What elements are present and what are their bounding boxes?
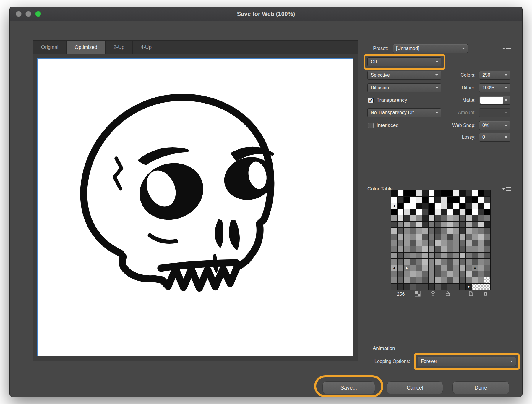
color-swatch[interactable] xyxy=(404,253,410,258)
color-swatch[interactable] xyxy=(416,215,422,221)
color-swatch[interactable] xyxy=(422,215,428,221)
web-shift-cube-icon[interactable] xyxy=(429,290,437,297)
color-swatch[interactable] xyxy=(410,215,416,221)
color-swatch[interactable] xyxy=(453,197,459,203)
color-swatch[interactable] xyxy=(404,209,410,215)
color-swatch[interactable] xyxy=(410,222,416,227)
color-swatch[interactable] xyxy=(398,228,403,234)
color-swatch[interactable]: ◆ xyxy=(391,265,397,271)
color-swatch[interactable] xyxy=(447,259,453,265)
color-swatch[interactable] xyxy=(484,197,490,203)
color-swatch[interactable] xyxy=(422,253,428,258)
color-swatch[interactable] xyxy=(472,246,478,252)
color-swatch[interactable] xyxy=(453,215,459,221)
lossy-dropdown[interactable]: 0 xyxy=(479,133,510,142)
color-swatch[interactable] xyxy=(460,271,466,277)
color-swatch[interactable] xyxy=(435,259,441,265)
color-swatch[interactable] xyxy=(441,203,447,209)
color-swatch[interactable] xyxy=(422,265,428,271)
color-swatch[interactable] xyxy=(466,190,472,196)
color-swatch[interactable] xyxy=(398,253,403,258)
color-swatch[interactable] xyxy=(398,246,403,252)
color-swatch[interactable] xyxy=(404,197,410,203)
color-swatch[interactable] xyxy=(447,228,453,234)
color-swatch[interactable] xyxy=(429,203,434,209)
color-swatch[interactable] xyxy=(453,284,459,290)
color-swatch[interactable] xyxy=(460,222,466,227)
color-swatch[interactable] xyxy=(435,203,441,209)
color-swatch[interactable] xyxy=(453,209,459,215)
color-swatch[interactable] xyxy=(453,240,459,246)
color-swatch[interactable] xyxy=(460,240,466,246)
color-swatch[interactable] xyxy=(410,240,416,246)
color-swatch[interactable] xyxy=(398,234,403,240)
color-swatch[interactable] xyxy=(410,277,416,283)
color-swatch[interactable] xyxy=(441,253,447,258)
color-swatch[interactable] xyxy=(472,209,478,215)
color-swatch[interactable] xyxy=(472,259,478,265)
color-swatch[interactable] xyxy=(466,240,472,246)
color-swatch[interactable] xyxy=(453,234,459,240)
color-swatch[interactable] xyxy=(466,259,472,265)
color-swatch[interactable]: ◆ xyxy=(466,284,472,290)
color-swatch[interactable] xyxy=(410,259,416,265)
color-swatch[interactable]: ◆ xyxy=(391,203,397,209)
color-swatch[interactable] xyxy=(441,277,447,283)
tab-4-up[interactable]: 4-Up xyxy=(133,41,160,54)
color-swatch[interactable] xyxy=(404,240,410,246)
color-swatch[interactable] xyxy=(447,240,453,246)
color-swatch[interactable] xyxy=(391,271,397,277)
color-swatch[interactable] xyxy=(484,284,490,290)
color-swatch[interactable] xyxy=(441,234,447,240)
color-swatch[interactable] xyxy=(429,271,434,277)
color-swatch[interactable] xyxy=(484,215,490,221)
color-swatch[interactable] xyxy=(435,253,441,258)
save-button[interactable]: Save... xyxy=(322,381,375,394)
color-swatch[interactable] xyxy=(429,265,434,271)
color-swatch[interactable] xyxy=(453,222,459,227)
color-swatch[interactable] xyxy=(460,259,466,265)
color-swatch[interactable] xyxy=(453,253,459,258)
color-swatch[interactable] xyxy=(441,215,447,221)
color-swatch[interactable] xyxy=(441,222,447,227)
color-swatch[interactable] xyxy=(391,253,397,258)
color-swatch[interactable] xyxy=(404,234,410,240)
color-swatch[interactable] xyxy=(460,234,466,240)
dither-dropdown[interactable]: 100% xyxy=(479,83,510,92)
color-swatch[interactable] xyxy=(398,203,403,209)
color-swatch[interactable] xyxy=(447,190,453,196)
color-swatch[interactable] xyxy=(466,277,472,283)
color-swatch[interactable] xyxy=(466,246,472,252)
color-swatch[interactable] xyxy=(484,265,490,271)
color-swatch[interactable] xyxy=(410,271,416,277)
color-swatch[interactable] xyxy=(441,209,447,215)
color-swatch[interactable] xyxy=(422,190,428,196)
lock-color-icon[interactable] xyxy=(444,290,451,297)
color-swatch[interactable] xyxy=(404,190,410,196)
color-swatch[interactable] xyxy=(460,203,466,209)
color-swatch[interactable] xyxy=(398,271,403,277)
color-swatch[interactable] xyxy=(416,259,422,265)
interlaced-checkbox[interactable]: Interlaced xyxy=(368,122,399,129)
color-swatch[interactable] xyxy=(435,277,441,283)
looping-options-dropdown[interactable]: Forever xyxy=(418,357,516,366)
color-swatch[interactable] xyxy=(460,190,466,196)
trash-icon[interactable] xyxy=(482,290,489,297)
color-swatch[interactable] xyxy=(416,271,422,277)
color-swatch[interactable] xyxy=(398,277,403,283)
color-swatch[interactable] xyxy=(460,253,466,258)
color-swatch[interactable] xyxy=(416,234,422,240)
color-swatch[interactable] xyxy=(472,228,478,234)
transparency-dither-dropdown[interactable]: No Transparency Dit... xyxy=(367,108,441,117)
color-swatch[interactable] xyxy=(404,259,410,265)
color-swatch[interactable] xyxy=(441,228,447,234)
color-swatch[interactable] xyxy=(447,209,453,215)
color-swatch[interactable] xyxy=(391,246,397,252)
color-swatch[interactable] xyxy=(391,197,397,203)
color-swatch[interactable] xyxy=(478,246,484,252)
color-swatch[interactable] xyxy=(484,240,490,246)
color-swatch[interactable] xyxy=(398,240,403,246)
color-swatch[interactable] xyxy=(484,190,490,196)
cancel-button[interactable]: Cancel xyxy=(387,381,443,394)
color-swatch[interactable] xyxy=(404,277,410,283)
